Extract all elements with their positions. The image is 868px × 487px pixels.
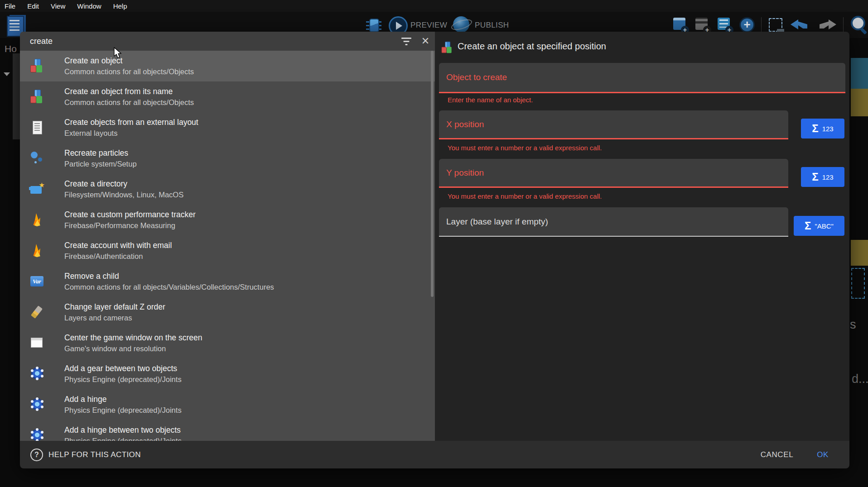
action-title: Recreate particles xyxy=(64,148,137,158)
action-subtitle: Physics Engine (deprecated)/Joints xyxy=(64,405,182,415)
action-list-item[interactable]: Create a directory Filesystem/Windows, L… xyxy=(20,174,435,205)
action-subtitle: Common actions for all objects/Objects xyxy=(64,97,194,108)
menu-help[interactable]: Help xyxy=(113,2,127,10)
firebase-icon xyxy=(29,212,45,228)
help-for-action-link[interactable]: ? HELP FOR THIS ACTION xyxy=(30,449,141,461)
folder-icon xyxy=(29,181,45,197)
dialog-footer: ? HELP FOR THIS ACTION CANCEL OK xyxy=(20,441,849,468)
expression-type-label: 123 xyxy=(822,125,834,133)
action-subtitle: Physics Engine (deprecated)/Joints xyxy=(64,374,182,385)
layer-field-label: Layer (base layer if empty) xyxy=(446,207,548,236)
menu-bar: File Edit View Window Help xyxy=(0,0,868,12)
action-subtitle: Filesystem/Windows, Linux, MacOS xyxy=(64,189,183,200)
action-list-item[interactable]: Add a gear between two objects Physics E… xyxy=(20,358,435,389)
menu-window[interactable]: Window xyxy=(77,2,101,10)
search-bar[interactable]: create ✕ xyxy=(20,32,435,51)
close-icon[interactable]: ✕ xyxy=(419,35,432,48)
sigma-icon: Σ xyxy=(812,123,818,134)
background-event-block-olive xyxy=(851,240,868,266)
physics-icon xyxy=(29,396,45,413)
cubes-icon xyxy=(440,41,454,55)
action-title: Remove a child xyxy=(64,271,274,282)
menu-view[interactable]: View xyxy=(51,2,65,10)
action-title: Create objects from an external layout xyxy=(64,117,198,128)
y-position-field[interactable]: Y position xyxy=(439,159,788,188)
layer-expression-button[interactable]: Σ "ABC" xyxy=(794,216,844,236)
layer-field[interactable]: Layer (base layer if empty) xyxy=(439,207,788,237)
y-expression-button[interactable]: Σ 123 xyxy=(801,167,844,187)
toolbar-divider xyxy=(843,17,844,33)
action-title: Create account with with email xyxy=(64,240,172,251)
object-field-helper: Enter the name of an object. xyxy=(448,96,533,104)
results-scrollbar[interactable] xyxy=(431,51,434,297)
action-title: Add a hinge xyxy=(64,394,182,405)
chevron-down-icon[interactable] xyxy=(4,72,10,76)
expression-type-label: 123 xyxy=(822,173,834,181)
action-title: Add a hinge between two objects xyxy=(64,425,182,435)
action-subtitle: Firebase/Performance Measuring xyxy=(64,220,196,231)
action-results-list: Create an object Common actions for all … xyxy=(20,51,435,441)
app-root: File Edit View Window Help PREVIEW PUBLI… xyxy=(0,0,868,487)
cubes-icon xyxy=(29,58,45,74)
menu-file[interactable]: File xyxy=(5,2,15,10)
background-clipped-text: s xyxy=(850,318,856,332)
cubes-icon xyxy=(29,89,45,105)
x-expression-button[interactable]: Σ 123 xyxy=(801,119,844,138)
action-title: Create an object xyxy=(64,56,194,66)
physics-icon xyxy=(29,427,45,441)
search-input[interactable]: create xyxy=(30,32,53,51)
object-to-create-field[interactable]: Object to create xyxy=(439,63,845,93)
layers-icon xyxy=(29,304,45,320)
question-mark-icon: ? xyxy=(30,449,43,461)
sigma-icon: Σ xyxy=(812,172,818,182)
action-title: Change layer default Z order xyxy=(64,302,165,312)
particles-icon xyxy=(29,150,45,167)
mouse-cursor xyxy=(113,47,123,59)
action-title: Create an object from its name xyxy=(64,86,194,97)
firebase-icon xyxy=(29,243,45,259)
action-list-item[interactable]: Recreate particles Particle system/Setup xyxy=(20,143,435,174)
publish-globe-icon[interactable] xyxy=(453,16,469,33)
window-icon xyxy=(29,335,45,351)
action-list-item[interactable]: Create account with with email Firebase/… xyxy=(20,235,435,266)
preview-button[interactable]: PREVIEW xyxy=(410,21,447,30)
search-events-icon[interactable] xyxy=(849,15,868,35)
cancel-button[interactable]: CANCEL xyxy=(761,450,794,459)
action-subtitle: Physics Engine (deprecated)/Joints xyxy=(64,435,182,441)
action-panel-title: Create an object at specified position xyxy=(458,41,606,52)
background-panel-edge xyxy=(13,53,20,139)
help-link-label: HELP FOR THIS ACTION xyxy=(48,450,141,459)
action-list-item[interactable]: Create objects from an external layout E… xyxy=(20,112,435,143)
action-subtitle: External layouts xyxy=(64,128,198,138)
action-subtitle: Common actions for all objects/Objects xyxy=(64,66,194,77)
action-subtitle: Firebase/Authentication xyxy=(64,251,172,262)
menu-edit[interactable]: Edit xyxy=(27,2,39,10)
action-title: Center the game window on the screen xyxy=(64,333,202,343)
layout-document-icon xyxy=(29,119,45,136)
x-position-field[interactable]: X position xyxy=(439,110,788,139)
y-field-error: You must enter a number or a valid expre… xyxy=(448,192,602,200)
publish-button[interactable]: PUBLISH xyxy=(475,21,509,30)
action-list-item[interactable]: Create an object from its name Common ac… xyxy=(20,81,435,112)
background-event-block-teal xyxy=(851,58,868,89)
ok-button[interactable]: OK xyxy=(817,450,829,459)
filter-icon[interactable] xyxy=(400,37,412,46)
action-title: Create a custom performance tracker xyxy=(64,210,196,220)
object-field-label: Object to create xyxy=(446,63,507,92)
action-list-item[interactable]: Add a hinge between two objects Physics … xyxy=(20,420,435,441)
y-field-label: Y position xyxy=(446,159,484,186)
action-list-item[interactable]: Change layer default Z order Layers and … xyxy=(20,297,435,328)
action-subtitle: Common actions for all objects/Variables… xyxy=(64,282,274,292)
action-subtitle: Layers and cameras xyxy=(64,312,165,323)
x-field-error: You must enter a number or a valid expre… xyxy=(448,144,602,152)
background-selection-outline xyxy=(851,268,865,299)
action-list-item[interactable]: Remove a child Common actions for all ob… xyxy=(20,266,435,297)
background-clipped-text: d... xyxy=(852,372,868,386)
instruction-selector-dialog: create ✕ Create an object Common actions… xyxy=(20,32,849,468)
action-list-item[interactable]: Create a custom performance tracker Fire… xyxy=(20,205,435,235)
action-list-item[interactable]: Create an object Common actions for all … xyxy=(20,51,435,81)
action-list-item[interactable]: Center the game window on the screen Gam… xyxy=(20,328,435,358)
action-list-item[interactable]: Add a hinge Physics Engine (deprecated)/… xyxy=(20,389,435,420)
background-event-block-olive xyxy=(851,89,868,116)
expression-type-label: "ABC" xyxy=(815,222,834,230)
